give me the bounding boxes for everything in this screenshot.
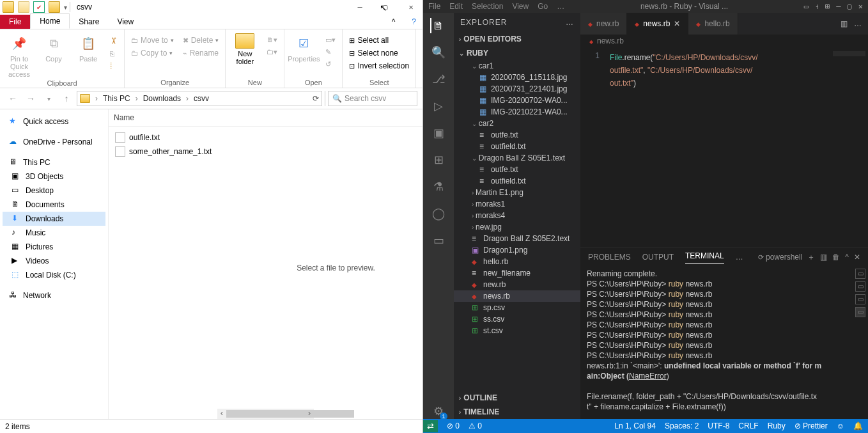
test-icon[interactable]: ⚗ [431, 179, 446, 194]
status-language[interactable]: Ruby [768, 421, 786, 430]
horizontal-scrollbar[interactable]: ‹› [217, 409, 314, 419]
output-tab[interactable]: OUTPUT [642, 253, 674, 262]
tree-node[interactable]: 20200706_115118.jpg [454, 72, 580, 83]
explorer-titlebar[interactable]: ✔ ▾ csvv — ▢ ✕ [0, 0, 422, 14]
menu-view[interactable]: View [512, 2, 529, 11]
tree-node[interactable]: IMG-20210221-WA0... [454, 106, 580, 118]
up-button[interactable]: ↑ [59, 91, 74, 106]
github-icon[interactable]: ◯ [431, 206, 446, 221]
bookmark-icon[interactable]: ▭ [431, 233, 446, 248]
more-icon[interactable]: … [854, 19, 862, 28]
terminal[interactable]: Renaming complete. PS C:\Users\HP\Ruby> … [580, 266, 868, 419]
tree-node[interactable]: car2 [454, 118, 580, 129]
forward-button[interactable]: → [23, 91, 38, 106]
tree-node[interactable]: sp.csv [454, 302, 580, 313]
collapse-ribbon-button[interactable]: ^ [382, 15, 406, 29]
help-button[interactable]: ? [405, 15, 422, 29]
delete-button[interactable]: ✖ Delete [180, 35, 222, 46]
tree-node[interactable]: ss.csv [454, 313, 580, 325]
term-action-icon[interactable]: ▭ [855, 269, 865, 279]
breadcrumb[interactable]: news.rb [580, 35, 868, 47]
nav-pictures[interactable]: ▦Pictures [3, 240, 105, 254]
navigation-pane[interactable]: ★Quick access ☁OneDrive - Personal This … [0, 109, 109, 419]
column-header-name[interactable]: Name [109, 109, 422, 127]
tab-hello-rb[interactable]: hello.rb [688, 13, 738, 35]
new-folder-button[interactable]: New folder [229, 32, 260, 65]
tree-node[interactable]: hello.rb [454, 256, 580, 267]
tab-new-rb[interactable]: new.rb [580, 13, 627, 35]
tree-node[interactable]: Martin E1.png [454, 187, 580, 198]
tree-node[interactable]: Dragon Ball Z S05E2.text [454, 233, 580, 244]
nav-desktop[interactable]: ▭Desktop [3, 184, 105, 198]
file-tab[interactable]: File [0, 15, 30, 29]
shell-picker[interactable]: ⟳ powershell [758, 253, 802, 262]
refresh-icon[interactable]: ⟳ [313, 94, 319, 103]
outline-section[interactable]: OUTLINE [454, 391, 580, 405]
terminal-tab[interactable]: TERMINAL [685, 251, 724, 264]
minimap[interactable] [830, 47, 868, 248]
nav-videos[interactable]: ▶Videos [3, 254, 105, 268]
kill-terminal-icon[interactable]: 🗑 [832, 253, 840, 262]
home-tab[interactable]: Home [30, 13, 70, 29]
tree-node[interactable]: new_filename [454, 267, 580, 279]
menu-file[interactable]: File [428, 2, 440, 11]
tree-node[interactable]: Dragon Ball Z S05E1.text [454, 152, 580, 164]
status-warnings[interactable]: ⚠ 0 [469, 421, 482, 430]
history-button[interactable]: ↺ [323, 59, 338, 70]
status-position[interactable]: Ln 1, Col 94 [614, 421, 656, 430]
timeline-section[interactable]: TIMELINE [454, 405, 580, 419]
paste-shortcut-button[interactable]: ⵂ [107, 60, 120, 72]
search-input[interactable]: 🔍Search csvv [328, 91, 417, 106]
crumb-thispc[interactable]: This PC [103, 94, 130, 103]
crumb-csvv[interactable]: csvv [194, 94, 209, 103]
nav-downloads[interactable]: ⬇Downloads [3, 212, 105, 226]
search-icon[interactable]: 🔍 [431, 45, 446, 60]
copy-button[interactable]: ⧉Copy [38, 32, 69, 63]
close-button[interactable]: ✕ [858, 2, 863, 11]
status-feedback-icon[interactable]: ☺ [837, 421, 844, 430]
layout-icon[interactable]: ▭ [804, 2, 809, 11]
status-spaces[interactable]: Spaces: 2 [665, 421, 699, 430]
copy-path-button[interactable]: ⎘ [107, 49, 120, 59]
status-encoding[interactable]: UTF-8 [708, 421, 729, 430]
properties-button[interactable]: ☑Properties [288, 32, 319, 63]
tab-news-rb[interactable]: news.rb✕ [627, 13, 688, 35]
tree-node[interactable]: new.jpg [454, 221, 580, 233]
invert-selection-button[interactable]: ⊡ Invert selection [346, 60, 412, 72]
code-content[interactable]: File.rename("C:/Users/HP/Downloads/csvv/… [606, 47, 830, 248]
status-prettier[interactable]: ⊘ Prettier [794, 421, 828, 430]
easy-access-button[interactable]: 🗀▾ [264, 47, 280, 58]
file-list[interactable]: outfile.txt some_other_name_1.txt [109, 127, 249, 409]
explorer-icon[interactable]: 🗎 [430, 18, 446, 33]
tree-node[interactable]: st.csv [454, 325, 580, 336]
run-debug-icon[interactable]: ▷ [431, 98, 446, 114]
vscode-titlebar[interactable]: File Edit Selection View Go … news.rb - … [423, 0, 868, 13]
close-button[interactable]: ✕ [402, 3, 420, 12]
term-action-icon[interactable]: ▭ [855, 281, 865, 292]
tree-node[interactable]: 20200731_221401.jpg [454, 83, 580, 95]
source-control-icon[interactable]: ⎇ [431, 72, 446, 87]
nav-quick-access[interactable]: ★Quick access [3, 114, 105, 129]
paste-button[interactable]: 📋Paste [73, 32, 104, 63]
status-bell-icon[interactable]: 🔔 [853, 421, 863, 430]
nav-network[interactable]: 🖧Network [3, 288, 105, 303]
tree-node[interactable]: moraks4 [454, 210, 580, 221]
tree-node[interactable]: car1 [454, 60, 580, 72]
extensions-icon[interactable]: ▣ [431, 125, 446, 141]
more-icon[interactable]: … [736, 253, 743, 262]
qat-dropdown-icon[interactable]: ▾ [64, 4, 67, 11]
tree-node[interactable]: IMG-20200702-WA0... [454, 95, 580, 106]
status-errors[interactable]: ⊘ 0 [447, 421, 460, 430]
breadcrumb-bar[interactable]: This PC Downloads csvv ⟳ [77, 91, 322, 106]
problems-tab[interactable]: PROBLEMS [588, 253, 631, 262]
file-row[interactable]: outfile.txt [111, 130, 247, 145]
recent-button[interactable]: ▾ [41, 91, 56, 106]
tree-node[interactable]: new.rb [454, 279, 580, 290]
copy-to-button[interactable]: 🗀 Copy to [128, 47, 176, 59]
open-button[interactable]: ▭▾ [323, 35, 338, 45]
menu-edit[interactable]: Edit [449, 2, 463, 11]
remote-indicator[interactable]: ⇄ [423, 420, 438, 432]
nav-3d-objects[interactable]: ▣3D Objects [3, 169, 105, 184]
file-tree[interactable]: car120200706_115118.jpg20200731_221401.j… [454, 60, 580, 391]
crumb-downloads[interactable]: Downloads [143, 94, 181, 103]
